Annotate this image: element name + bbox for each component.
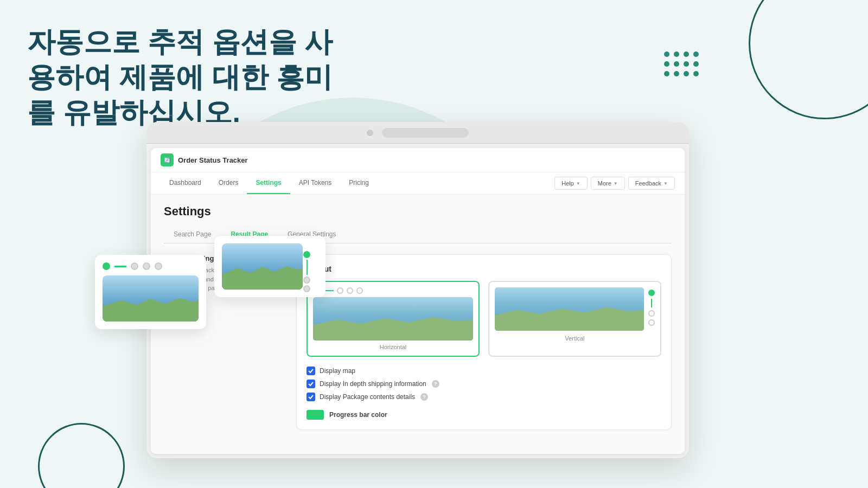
feedback-label: Feedback [635, 180, 661, 187]
v-dot-3 [648, 319, 655, 326]
h-layout-label: Horizontal [313, 344, 473, 350]
v-map-land [495, 305, 644, 331]
tracker-dot-3 [143, 262, 150, 270]
settings-title: Settings [164, 204, 672, 219]
float-card-mid-inner [222, 243, 318, 290]
color-swatch [307, 410, 324, 420]
checkbox-package-contents[interactable]: Display Package contents details ? [307, 393, 661, 401]
info-icon-2: ? [420, 393, 428, 401]
layout-options: Horizontal [307, 281, 661, 357]
mini-tracker-h [103, 262, 199, 270]
dot-grid-decoration [664, 52, 700, 78]
checkbox-label-1: Display map [320, 367, 355, 375]
nav-actions: Help ▼ More ▼ Feedback ▼ [554, 177, 675, 190]
mini-map-v [222, 243, 303, 290]
v-line [651, 299, 652, 307]
h-tracker-dots [313, 287, 473, 294]
nav-items: Dashboard Orders Settings API Tokens Pri… [161, 172, 554, 194]
browser-address-bar [382, 128, 469, 138]
check-icon-3 [308, 394, 314, 400]
nav-pricing[interactable]: Pricing [340, 172, 378, 194]
h-map-land [313, 314, 473, 341]
more-button[interactable]: More ▼ [591, 177, 625, 190]
float-card-horizontal [95, 255, 206, 329]
mini-map-h [103, 275, 199, 322]
mini-map-land-v [222, 264, 303, 290]
checkbox-box-1 [307, 367, 315, 375]
progress-bar-color-row[interactable]: Progress bar color [307, 410, 661, 420]
checkbox-group: Display map Display In depth shipping in… [307, 367, 661, 401]
mid-tracker-v [303, 251, 310, 292]
app-body: Settings Search Page Result Page General… [151, 195, 685, 453]
app-nav: Dashboard Orders Settings API Tokens Pri… [151, 172, 685, 195]
more-caret: ▼ [614, 181, 618, 186]
feedback-caret: ▼ [663, 181, 668, 186]
layout-option-vertical[interactable]: Vertical [488, 281, 661, 357]
app-window: 🔄 Order Status Tracker Dashboard Orders … [151, 148, 685, 454]
info-icon-1: ? [432, 380, 439, 388]
checkbox-label-2: Display In depth shipping information [320, 380, 426, 388]
mid-line [307, 260, 308, 275]
layout-panel: Layout [296, 254, 672, 430]
progress-bar-label: Progress bar color [329, 411, 387, 419]
v-map-thumb [495, 287, 644, 331]
mid-dot-3 [303, 285, 310, 292]
bg-circle-bottom-left [38, 423, 125, 488]
more-label: More [598, 180, 611, 187]
h-dot-2 [337, 287, 343, 294]
h-map-thumb [313, 297, 473, 341]
nav-dashboard[interactable]: Dashboard [161, 172, 210, 194]
mid-dot-2 [303, 277, 310, 284]
help-button[interactable]: Help ▼ [554, 177, 588, 190]
browser-titlebar [146, 122, 689, 144]
layout-option-horizontal[interactable]: Horizontal [307, 281, 480, 357]
v-dot-1 [648, 290, 655, 296]
help-label: Help [561, 180, 574, 187]
app-logo-letter: 🔄 [164, 157, 170, 163]
app-title: Order Status Tracker [178, 156, 248, 164]
checkbox-label-3: Display Package contents details [320, 393, 415, 401]
checkbox-display-map[interactable]: Display map [307, 367, 661, 375]
tracker-line [114, 266, 126, 267]
app-header: 🔄 Order Status Tracker [151, 148, 685, 172]
h-dot-3 [347, 287, 353, 294]
h-dot-4 [356, 287, 363, 294]
checkbox-box-2 [307, 380, 315, 388]
feedback-button[interactable]: Feedback ▼ [628, 177, 675, 190]
nav-settings[interactable]: Settings [247, 172, 290, 194]
browser-controls [367, 128, 469, 138]
float-card-vertical [214, 236, 326, 297]
layout-title: Layout [307, 265, 661, 273]
check-icon-2 [308, 381, 314, 387]
hero-text: 자동으로 추적 옵션을 사용하여 제품에 대한 흥미를 유발하십시오. [27, 24, 342, 130]
tracker-dot-1 [103, 262, 110, 270]
tracker-dot-2 [131, 262, 138, 270]
app-logo: 🔄 [161, 153, 174, 166]
nav-orders[interactable]: Orders [210, 172, 247, 194]
checkbox-depth-shipping[interactable]: Display In depth shipping information ? [307, 380, 661, 388]
mid-dot-1 [303, 251, 310, 258]
v-dot-2 [648, 310, 655, 317]
help-caret: ▼ [576, 181, 580, 186]
browser-dot-1 [367, 130, 373, 136]
nav-api-tokens[interactable]: API Tokens [290, 172, 340, 194]
tracker-dot-4 [155, 262, 162, 270]
check-icon-1 [308, 368, 314, 374]
bg-circle-top-right [749, 0, 868, 119]
mini-map-land [103, 296, 199, 322]
checkbox-box-3 [307, 393, 315, 401]
tab-search-page[interactable]: Search Page [164, 226, 221, 243]
v-layout-label: Vertical [495, 335, 655, 342]
